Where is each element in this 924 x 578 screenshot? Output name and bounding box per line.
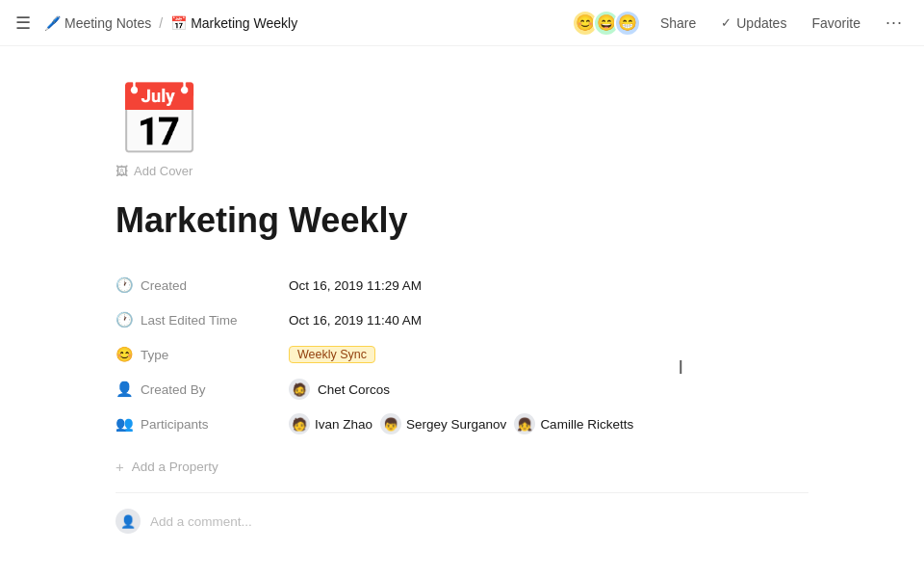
main-content: 📅 🖼 Add Cover Marketing Weekly 🕐 Created… bbox=[0, 46, 924, 578]
prop-label-created-by: 👤 Created By bbox=[116, 381, 289, 398]
clock-icon-edited: 🕐 bbox=[116, 311, 133, 328]
ivan-avatar: 🧑 bbox=[289, 413, 310, 434]
group-icon: 👥 bbox=[116, 415, 133, 433]
updates-button[interactable]: ✓ Updates bbox=[715, 12, 792, 35]
add-comment-input[interactable]: Add a comment... bbox=[150, 514, 252, 529]
prop-label-created-text: Created bbox=[141, 278, 187, 293]
comment-user-avatar: 👤 bbox=[116, 509, 141, 534]
breadcrumb-parent[interactable]: 🖊️ Meeting Notes bbox=[44, 15, 151, 31]
property-last-edited[interactable]: 🕐 Last Edited Time Oct 16, 2019 11:40 AM bbox=[116, 302, 808, 337]
participant-camille: 👧 Camille Ricketts bbox=[514, 413, 633, 434]
chet-avatar: 🧔 bbox=[289, 379, 310, 400]
prop-value-created-by: 🧔 Chet Corcos bbox=[289, 379, 390, 400]
clock-icon-created: 🕐 bbox=[116, 276, 133, 294]
share-button[interactable]: Share bbox=[654, 12, 702, 35]
marketing-weekly-icon: 📅 bbox=[170, 15, 187, 31]
sergey-name: Sergey Surganov bbox=[406, 417, 506, 432]
breadcrumb-separator: / bbox=[159, 15, 163, 31]
add-property-button[interactable]: + Add a Property bbox=[116, 453, 218, 481]
properties-table: 🕐 Created Oct 16, 2019 11:29 AM 🕐 Last E… bbox=[116, 268, 808, 441]
sergey-avatar: 👦 bbox=[380, 413, 401, 434]
add-property-label: Add a Property bbox=[132, 460, 218, 474]
add-comment-row: 👤 Add a comment... bbox=[116, 492, 808, 534]
created-date: Oct 16, 2019 11:29 AM bbox=[289, 278, 422, 293]
ivan-name: Ivan Zhao bbox=[315, 417, 372, 432]
topbar-right: 😊 😄 😁 Share ✓ Updates Favorite ··· bbox=[572, 9, 909, 37]
prop-label-created: 🕐 Created bbox=[116, 276, 289, 294]
last-edited-date: Oct 16, 2019 11:40 AM bbox=[289, 313, 422, 328]
add-cover-button[interactable]: 🖼 Add Cover bbox=[116, 162, 192, 180]
breadcrumb-parent-label: Meeting Notes bbox=[64, 15, 151, 31]
share-label: Share bbox=[660, 15, 696, 31]
smile-icon: 😊 bbox=[116, 346, 133, 363]
prop-label-participants-text: Participants bbox=[141, 417, 209, 432]
weekly-sync-badge[interactable]: Weekly Sync bbox=[289, 346, 375, 363]
prop-label-created-by-text: Created By bbox=[141, 382, 206, 397]
person-icon: 👤 bbox=[116, 381, 133, 398]
prop-label-last-edited: 🕐 Last Edited Time bbox=[116, 311, 289, 328]
checkmark-icon: ✓ bbox=[721, 15, 732, 30]
plus-icon: + bbox=[116, 459, 124, 475]
participant-sergey: 👦 Sergey Surganov bbox=[380, 413, 506, 434]
updates-label: Updates bbox=[736, 15, 786, 31]
page-title[interactable]: Marketing Weekly bbox=[116, 199, 808, 241]
prop-value-last-edited: Oct 16, 2019 11:40 AM bbox=[289, 313, 422, 328]
property-created-by[interactable]: 👤 Created By 🧔 Chet Corcos bbox=[116, 372, 808, 407]
more-icon: ··· bbox=[886, 13, 903, 33]
breadcrumb-current[interactable]: 📅 Marketing Weekly bbox=[170, 15, 297, 31]
camille-name: Camille Ricketts bbox=[540, 417, 633, 432]
topbar-left: ☰ 🖊️ Meeting Notes / 📅 Marketing Weekly bbox=[15, 13, 297, 34]
more-button[interactable]: ··· bbox=[880, 9, 909, 37]
breadcrumb-current-label: Marketing Weekly bbox=[191, 15, 297, 31]
prop-label-participants: 👥 Participants bbox=[116, 415, 289, 433]
created-by-name: Chet Corcos bbox=[318, 382, 390, 397]
avatar-3: 😁 bbox=[614, 10, 641, 37]
property-participants[interactable]: 👥 Participants 🧑 Ivan Zhao 👦 Sergey Surg… bbox=[116, 407, 808, 441]
topbar: ☰ 🖊️ Meeting Notes / 📅 Marketing Weekly … bbox=[0, 0, 924, 46]
favorite-button[interactable]: Favorite bbox=[806, 12, 866, 35]
collaborator-avatars: 😊 😄 😁 bbox=[572, 10, 641, 37]
add-cover-label: Add Cover bbox=[134, 164, 192, 178]
prop-label-type-text: Type bbox=[141, 348, 168, 362]
prop-value-participants: 🧑 Ivan Zhao 👦 Sergey Surganov 👧 Camille … bbox=[289, 413, 633, 434]
property-created[interactable]: 🕐 Created Oct 16, 2019 11:29 AM bbox=[116, 268, 808, 302]
hamburger-icon[interactable]: ☰ bbox=[15, 13, 31, 34]
prop-value-type: Weekly Sync bbox=[289, 346, 375, 363]
property-type[interactable]: 😊 Type Weekly Sync bbox=[116, 337, 808, 372]
image-icon: 🖼 bbox=[116, 164, 128, 178]
page-icon[interactable]: 📅 bbox=[116, 85, 808, 154]
favorite-label: Favorite bbox=[811, 15, 860, 31]
participant-ivan: 🧑 Ivan Zhao bbox=[289, 413, 372, 434]
meeting-notes-icon: 🖊️ bbox=[44, 15, 61, 31]
prop-value-created: Oct 16, 2019 11:29 AM bbox=[289, 278, 422, 293]
prop-label-last-edited-text: Last Edited Time bbox=[141, 313, 238, 328]
camille-avatar: 👧 bbox=[514, 413, 535, 434]
prop-label-type: 😊 Type bbox=[116, 346, 289, 363]
